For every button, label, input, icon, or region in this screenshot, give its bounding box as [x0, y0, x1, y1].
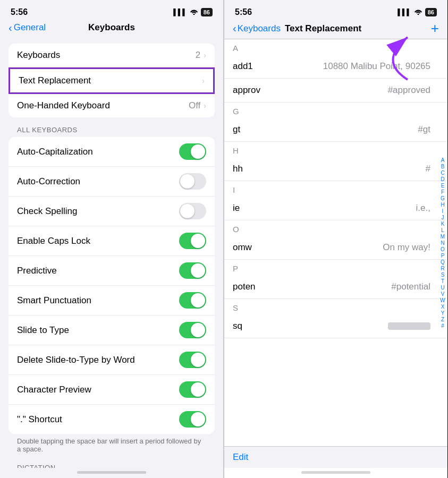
- value-omw: On my way!: [383, 242, 430, 253]
- status-bar-right: 5:56 ▌▌▌ 86: [224, 0, 447, 20]
- predictive-toggle[interactable]: [179, 262, 206, 279]
- period-shortcut-toggle[interactable]: [179, 411, 206, 428]
- row-ie[interactable]: ie i.e.,: [224, 197, 447, 220]
- section-i: I: [224, 181, 447, 197]
- char-preview-row[interactable]: Character Preview: [9, 375, 215, 405]
- alpha-E[interactable]: E: [441, 183, 445, 189]
- alpha-K[interactable]: K: [441, 221, 445, 227]
- back-button-left[interactable]: ‹ General: [9, 22, 46, 34]
- status-icons-left: ▌▌▌ 86: [173, 8, 213, 16]
- alpha-U[interactable]: U: [441, 285, 444, 291]
- row-gt[interactable]: gt #gt: [224, 118, 447, 142]
- predictive-row[interactable]: Predictive: [9, 256, 215, 286]
- text-replacement-right: ›: [202, 76, 205, 85]
- caps-lock-toggle[interactable]: [179, 233, 206, 249]
- back-button-right[interactable]: ‹ Keyboards: [233, 22, 281, 35]
- key-omw: omw: [233, 242, 252, 253]
- wifi-icon: [190, 8, 198, 16]
- edit-button[interactable]: Edit: [233, 452, 248, 462]
- add-replacement-button[interactable]: +: [431, 20, 439, 37]
- alpha-G[interactable]: G: [441, 195, 445, 201]
- alpha-B[interactable]: B: [441, 164, 445, 169]
- alpha-A[interactable]: A: [441, 157, 445, 163]
- battery-right: 86: [425, 8, 437, 16]
- check-spelling-label: Check Spelling: [17, 206, 77, 217]
- keyboards-chevron: ›: [204, 51, 206, 59]
- keyboards-row[interactable]: Keyboards 2 ›: [9, 44, 215, 67]
- smart-punct-toggle[interactable]: [179, 292, 206, 309]
- slide-to-type-row[interactable]: Slide to Type: [9, 315, 215, 345]
- row-poten[interactable]: poten #potential: [224, 275, 447, 299]
- alpha-S[interactable]: S: [441, 272, 445, 278]
- section-g: G: [224, 103, 447, 118]
- alpha-T[interactable]: T: [441, 278, 444, 284]
- one-handed-row[interactable]: One-Handed Keyboard Off ›: [9, 94, 215, 117]
- value-sq: [388, 322, 430, 330]
- smart-punct-row[interactable]: Smart Punctuation: [9, 286, 215, 315]
- row-sq[interactable]: sq: [224, 314, 447, 338]
- check-spelling-row[interactable]: Check Spelling: [9, 197, 215, 226]
- alpha-X[interactable]: X: [441, 304, 445, 310]
- one-handed-label: One-Handed Keyboard: [17, 100, 110, 111]
- section-s: S: [224, 299, 447, 314]
- one-handed-value: Off: [189, 100, 200, 111]
- slide-to-type-label: Slide to Type: [17, 325, 69, 336]
- key-sq: sq: [233, 321, 242, 331]
- row-add1[interactable]: add1 10880 Malibu Point, 90265: [224, 55, 447, 79]
- period-shortcut-row[interactable]: "." Shortcut: [9, 405, 215, 434]
- alpha-P[interactable]: P: [441, 253, 445, 259]
- slide-to-type-toggle[interactable]: [179, 322, 206, 338]
- alpha-Y[interactable]: Y: [441, 310, 445, 316]
- alpha-index[interactable]: A B C D E F G H I J K L M N O P Q R S T …: [438, 39, 447, 446]
- text-replacement-row[interactable]: Text Replacement ›: [9, 67, 215, 94]
- caps-lock-row[interactable]: Enable Caps Lock: [9, 226, 215, 256]
- section-h: H: [224, 142, 447, 157]
- nav-title-right: Text Replacement: [285, 23, 361, 34]
- alpha-F[interactable]: F: [441, 189, 444, 195]
- alpha-C[interactable]: C: [441, 170, 444, 176]
- row-approv[interactable]: approv #approved: [224, 79, 447, 103]
- status-icons-right: ▌▌▌ 86: [398, 8, 437, 16]
- caps-lock-label: Enable Caps Lock: [17, 236, 90, 246]
- alpha-O[interactable]: O: [441, 246, 445, 252]
- smart-punct-label: Smart Punctuation: [17, 295, 91, 306]
- delete-slide-toggle[interactable]: [179, 352, 206, 368]
- check-spelling-toggle[interactable]: [179, 203, 206, 219]
- home-bar-right: [301, 471, 370, 474]
- alpha-Q[interactable]: Q: [441, 259, 445, 265]
- alpha-D[interactable]: D: [441, 176, 444, 182]
- home-indicator-left: [0, 468, 223, 478]
- auto-cap-toggle[interactable]: [179, 143, 206, 160]
- alpha-H[interactable]: H: [441, 202, 444, 208]
- key-ie: ie: [233, 203, 240, 214]
- alpha-R[interactable]: R: [441, 266, 444, 271]
- section-a: A: [224, 39, 447, 55]
- alpha-I[interactable]: I: [442, 208, 444, 214]
- alpha-M[interactable]: M: [441, 234, 445, 240]
- right-screen: 5:56 ▌▌▌ 86 ‹ Keyboards Text Replacement…: [224, 0, 447, 478]
- alpha-V[interactable]: V: [441, 291, 445, 297]
- period-shortcut-label: "." Shortcut: [17, 414, 62, 425]
- key-approv: approv: [233, 85, 260, 96]
- alpha-Z[interactable]: Z: [441, 317, 444, 322]
- wifi-icon-right: [414, 8, 422, 16]
- time-right: 5:56: [235, 7, 252, 17]
- toggles-group: Auto-Capitalization Auto-Correction Chec…: [9, 137, 215, 434]
- char-preview-toggle[interactable]: [179, 381, 206, 398]
- dictation-header: DICTATION: [0, 455, 223, 468]
- auto-correct-toggle[interactable]: [179, 173, 206, 190]
- nav-title-left: Keyboards: [88, 22, 135, 33]
- auto-correct-row[interactable]: Auto-Correction: [9, 167, 215, 197]
- alpha-W[interactable]: W: [440, 297, 445, 303]
- row-hh[interactable]: hh #: [224, 157, 447, 181]
- key-add1: add1: [233, 61, 253, 72]
- auto-cap-row[interactable]: Auto-Capitalization: [9, 137, 215, 167]
- keyboards-value-group: 2 ›: [196, 50, 206, 61]
- row-omw[interactable]: omw On my way!: [224, 236, 447, 260]
- alpha-hash[interactable]: #: [441, 323, 444, 329]
- bottom-edit-bar: Edit: [224, 446, 447, 468]
- delete-slide-row[interactable]: Delete Slide-to-Type by Word: [9, 345, 215, 375]
- alpha-L[interactable]: L: [441, 227, 444, 233]
- alpha-J[interactable]: J: [442, 215, 444, 220]
- alpha-N[interactable]: N: [441, 240, 444, 246]
